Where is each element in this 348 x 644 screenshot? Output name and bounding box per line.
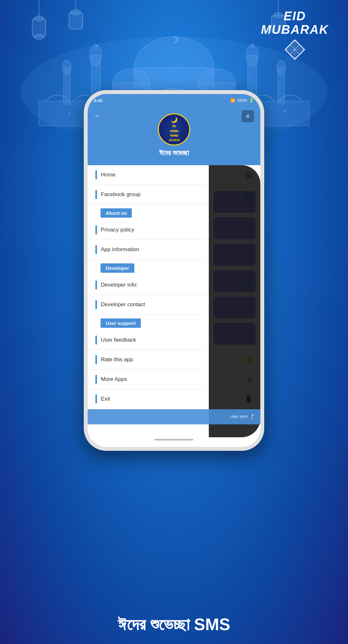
content-card-4 (214, 270, 256, 292)
eid-mubarak-badge: EID MUBARAK (261, 10, 329, 63)
status-right: 📶 100% 🔋 (230, 98, 254, 103)
share-text: শেয়ার অ্যাপ (230, 414, 247, 420)
battery-text: 100% (237, 98, 247, 103)
svg-point-4 (34, 34, 44, 39)
menu-bar-indicator (95, 300, 97, 309)
svg-point-37 (284, 110, 286, 112)
more-apps-label: More Apps (101, 376, 127, 383)
hamburger-icon: ≡ (246, 113, 250, 120)
menu-bar-indicator (95, 375, 97, 384)
phone-screen: 2:43 📶 100% 🔋 ← ≡ 🌙 (88, 94, 260, 447)
menu-button[interactable]: ≡ (242, 110, 254, 122)
svg-point-7 (71, 10, 81, 14)
developer-section-header: Developer (101, 263, 134, 273)
content-card-5 (214, 297, 256, 318)
content-card-6 (214, 323, 256, 345)
logo-text: ঈদমোবারকশুভেচ্ছাএসএমএস (169, 124, 180, 142)
svg-text:☽: ☽ (171, 35, 179, 45)
logo-moon-icon: 🌙 (170, 116, 178, 123)
phone-screen-area: 2:43 📶 100% 🔋 ← ≡ 🌙 (88, 94, 260, 447)
rate-this-app-label: Rate this app (101, 356, 133, 363)
back-button[interactable]: ← (94, 112, 101, 120)
user-feedback-label: User feedback (101, 337, 136, 343)
battery-icon: 🔋 (249, 98, 254, 103)
signal-icon: 📶 (230, 98, 235, 103)
developer-info-label: Developer info: (101, 282, 138, 288)
user-support-section-header: User support (101, 318, 141, 328)
svg-text:☽: ☽ (249, 43, 254, 49)
exit-label: Exit (101, 396, 110, 402)
status-bar: 2:43 📶 100% 🔋 (88, 94, 260, 107)
share-bottom-bar[interactable]: শেয়ার অ্যাপ ⤴ (88, 409, 260, 424)
mubarak-text: MUBARAK (261, 23, 329, 37)
svg-point-25 (63, 60, 71, 75)
home-indicator (155, 439, 193, 440)
menu-bar-indicator (95, 336, 97, 345)
menu-bar-indicator (95, 245, 97, 254)
facebook-group-label: Facebook group (101, 191, 140, 198)
share-icon: ⤴ (251, 413, 254, 421)
developer-contact-label: Developer contact (101, 301, 145, 308)
about-us-section-header: About us (101, 208, 132, 218)
menu-bar-indicator (95, 170, 97, 179)
eid-text: EID (261, 10, 329, 23)
content-card-3 (214, 244, 256, 266)
phone-device: 2:43 📶 100% 🔋 ← ≡ 🌙 (84, 90, 264, 451)
main-content-overlay (209, 165, 260, 437)
svg-text:☽: ☽ (93, 43, 97, 49)
menu-bar-indicator (95, 190, 97, 199)
svg-point-3 (34, 16, 44, 21)
app-header: ← ≡ 🌙 ঈদমোবারকশুভেচ্ছাএসএমএস ঈদের শুভেচ্… (88, 107, 260, 165)
phone-shell: 2:43 📶 100% 🔋 ← ≡ 🌙 (84, 90, 264, 451)
content-card-2 (214, 217, 256, 239)
app-logo: 🌙 ঈদমোবারকশুভেচ্ছাএসএমএস (158, 113, 190, 146)
menu-bar-indicator (95, 225, 97, 234)
menu-bar-indicator (95, 280, 97, 289)
menu-bar-indicator (95, 394, 97, 403)
privacy-policy-label: Privacy policy (101, 227, 134, 233)
svg-point-29 (69, 113, 71, 115)
app-title: ঈদের শুভেচ্ছা (159, 149, 189, 157)
home-label: Home (101, 172, 115, 178)
menu-bar-indicator (95, 355, 97, 364)
content-card-1 (214, 191, 256, 213)
ketupat-icon (284, 38, 306, 61)
screen-body: Home 🏠 Facebook group 👥 (88, 165, 260, 437)
page-bottom-title: ঈদের শুভেচ্ছা SMS (0, 615, 348, 634)
app-information-label: App information (101, 246, 139, 253)
status-time: 2:43 (94, 98, 102, 103)
